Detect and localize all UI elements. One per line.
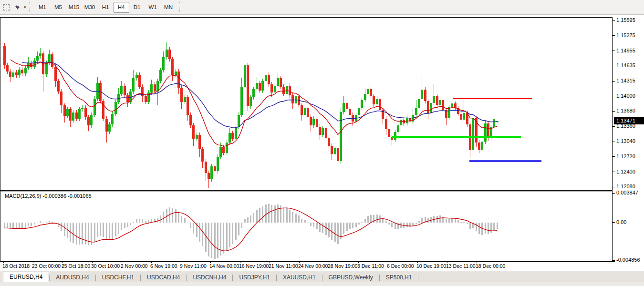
toolbar-separator: [29, 2, 32, 12]
tab-xauusd-h1[interactable]: XAUUSD,H1: [277, 273, 322, 283]
time-tick-label: 9 Nov 11:00: [180, 263, 207, 269]
time-tick-label: 28 Nov 19:00: [328, 263, 357, 269]
time-tick-label: 6 Nov 19:00: [150, 263, 177, 269]
macd-tick-dash: [613, 222, 615, 223]
tab-sp500-h1[interactable]: SP500,H1: [380, 273, 418, 283]
price-tick-dash: [613, 66, 615, 66]
macd-tick-dash: [613, 193, 615, 194]
tab-separator: [418, 275, 418, 281]
hline-object-1[interactable]: [392, 136, 521, 138]
time-tick-label: 24 Nov 00:00: [298, 263, 328, 269]
price-tick-dash: [613, 111, 615, 112]
trading-terminal-window: ▾ M1M5M15M30H1H4D1W1MN EURUSD,H41.134511…: [0, 0, 644, 286]
time-tick-label: 25 Oct 18:00: [62, 263, 90, 269]
pane-divider[interactable]: [0, 190, 613, 191]
status-strip: [0, 282, 644, 286]
price-tick-dash: [613, 51, 615, 51]
time-tick-label: 14 Nov 00:00: [209, 263, 239, 269]
price-tick-label: 1.13040: [616, 138, 635, 144]
price-tick-label: 1.14315: [616, 78, 635, 83]
macd-tick-label: -0.004856: [616, 257, 640, 263]
time-tick-label: 13 Dec 11:00: [446, 263, 476, 269]
time-tick-label: 3 Dec 11:00: [357, 263, 384, 269]
macd-tick-label: 0.00: [616, 219, 626, 225]
price-tick-label: 1.14955: [616, 48, 635, 53]
time-tick-label: 2 Nov 00:00: [121, 263, 148, 269]
tab-usdjpy-h1[interactable]: USDJPY,H1: [233, 273, 276, 283]
timeframe-button-m1[interactable]: M1: [35, 2, 51, 13]
time-tick-label: 6 Dec 00:00: [387, 263, 414, 269]
tab-usdcad-h4[interactable]: USDCAD,H4: [141, 273, 186, 283]
price-tick-dash: [613, 172, 615, 172]
timeframe-button-w1[interactable]: W1: [145, 2, 161, 13]
timeframe-button-d1[interactable]: D1: [129, 2, 145, 13]
toolbar-separator: [179, 2, 182, 12]
price-tick-label: 1.12400: [616, 169, 635, 174]
macd-tick-label: 0.003847: [616, 190, 638, 195]
price-tick-dash: [613, 20, 615, 21]
timeframe-button-m30[interactable]: M30: [82, 2, 98, 13]
price-tick-label: 1.14635: [616, 62, 635, 68]
timeframe-button-h1[interactable]: H1: [98, 2, 114, 13]
time-tick-label: 18 Oct 2018: [2, 263, 30, 269]
price-tick-label: 1.13360: [616, 123, 635, 129]
price-tick-dash: [613, 142, 615, 142]
tab-usdcnh-h4[interactable]: USDCNH,H4: [187, 273, 232, 283]
price-tick-label: 1.12080: [616, 184, 635, 189]
price-tick-label: 1.14000: [616, 93, 635, 99]
price-tick-label: 1.15595: [616, 17, 635, 23]
timeframe-button-m15[interactable]: M15: [66, 2, 82, 13]
time-tick-label: 23 Oct 00:00: [32, 263, 61, 269]
price-tick-dash: [613, 81, 615, 82]
trade-arrows-icon[interactable]: [13, 3, 21, 11]
tab-audusd-h4[interactable]: AUDUSD,H4: [50, 273, 95, 283]
time-tick-label: 30 Oct 10:00: [91, 263, 120, 269]
selection-rect-icon[interactable]: [1, 3, 10, 11]
price-tick-dash: [613, 187, 615, 187]
time-tick-label: 21 Nov 11:00: [269, 263, 298, 269]
macd-indicator-label: MACD(12,26,9) -0.000386 -0.001065: [5, 193, 92, 199]
timeframe-buttons: M1M5M15M30H1H4D1W1MN: [35, 2, 177, 13]
price-tick-dash: [613, 35, 615, 36]
hline-object-0[interactable]: [453, 98, 532, 99]
tab-usdchf-h1[interactable]: USDCHF,H1: [96, 273, 140, 283]
time-tick-label: 16 Nov 19:00: [239, 263, 269, 269]
timeframe-button-h4[interactable]: H4: [114, 2, 129, 13]
toolbar: ▾ M1M5M15M30H1H4D1W1MN: [0, 0, 644, 15]
price-tick-dash: [613, 126, 615, 127]
timeframe-button-m5[interactable]: M5: [51, 2, 66, 13]
tab-eurusd-h4[interactable]: EURUSD,H4: [3, 272, 49, 283]
macd-pane[interactable]: [0, 192, 612, 261]
macd-tick-dash: [613, 260, 615, 261]
price-tick-dash: [613, 96, 615, 96]
price-axis-line[interactable]: [612, 17, 613, 262]
timeframe-button-mn[interactable]: MN: [161, 2, 177, 13]
price-chart[interactable]: [0, 18, 612, 190]
time-tick-label: 18 Dec 00:00: [476, 263, 505, 269]
hline-object-2[interactable]: [469, 160, 541, 162]
chart-tab-bar: EURUSD,H4AUDUSD,H4USDCHF,H1USDCAD,H4USDC…: [0, 271, 644, 283]
dropdown-caret-icon[interactable]: ▾: [24, 5, 26, 10]
price-tick-dash: [613, 156, 615, 157]
price-tick-label: 1.13680: [616, 108, 635, 113]
price-tick-label: 1.12720: [616, 153, 635, 159]
tab-gbpusd-weekly[interactable]: GBPUSD,Weekly: [322, 273, 379, 283]
time-tick-label: 10 Dec 19:00: [416, 263, 446, 269]
price-tick-label: 1.15275: [616, 32, 635, 38]
